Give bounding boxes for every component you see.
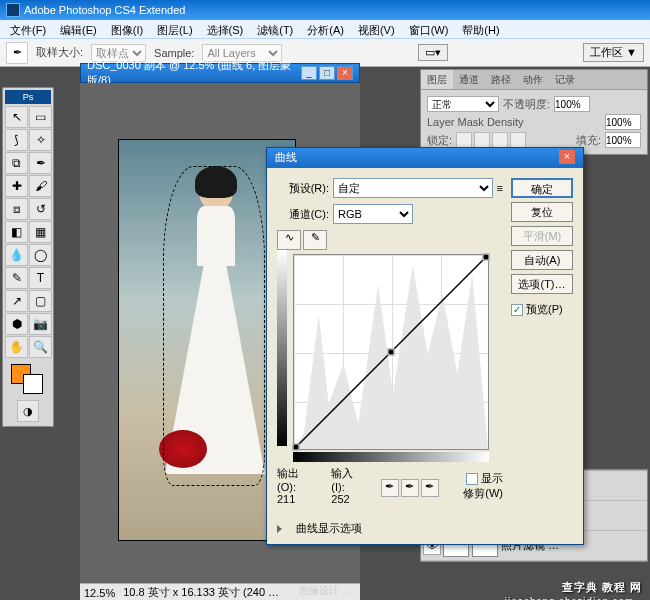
eyedropper-tool-icon[interactable]: ✒ <box>6 42 28 64</box>
curve-point[interactable] <box>483 253 490 260</box>
show-clipping-checkbox[interactable]: 显示修剪(W) <box>457 471 503 501</box>
options-button[interactable]: 选项(T)… <box>511 274 573 294</box>
shape-tool[interactable]: ▢ <box>29 290 52 312</box>
quickmask-icon[interactable]: ◑ <box>17 400 39 422</box>
hand-tool[interactable]: ✋ <box>5 336 28 358</box>
curve-display-options[interactable]: 曲线显示选项 <box>296 521 362 536</box>
menu-filter[interactable]: 滤镜(T) <box>251 22 299 36</box>
sample-size-label: 取样大小: <box>36 45 83 60</box>
black-point-eyedropper-icon[interactable]: ✒ <box>381 479 399 497</box>
app-titlebar: Adobe Photoshop CS4 Extended <box>0 0 650 20</box>
dialog-close-icon[interactable]: × <box>559 150 575 164</box>
dodge-tool[interactable]: ◯ <box>29 244 52 266</box>
lock-position-icon[interactable] <box>492 132 508 148</box>
input-value: 252 <box>331 493 362 505</box>
dialog-titlebar[interactable]: 曲线 × <box>267 148 583 168</box>
output-gradient <box>277 250 287 446</box>
color-swatches[interactable] <box>5 362 51 398</box>
auto-button[interactable]: 自动(A) <box>511 250 573 270</box>
doc-dimensions: 10.8 英寸 x 16.133 英寸 (240 … <box>123 585 279 600</box>
curve-draw-icon[interactable]: ∿ <box>277 230 301 250</box>
lock-all-icon[interactable] <box>510 132 526 148</box>
brush-tool[interactable]: 🖌 <box>29 175 52 197</box>
svg-marker-0 <box>294 265 488 449</box>
blend-mode-select[interactable]: 正常 <box>427 96 499 112</box>
tab-channels[interactable]: 通道 <box>453 70 485 89</box>
pen-tool[interactable]: ✎ <box>5 267 28 289</box>
gradient-tool[interactable]: ▦ <box>29 221 52 243</box>
preview-checkbox[interactable]: 预览(P) <box>511 302 573 317</box>
eraser-tool[interactable]: ◧ <box>5 221 28 243</box>
fill-input[interactable] <box>605 132 641 148</box>
channel-label: 通道(C): <box>277 207 329 222</box>
move-tool[interactable]: ↖ <box>5 106 28 128</box>
zoom-tool[interactable]: 🔍 <box>29 336 52 358</box>
output-value: 211 <box>277 493 313 505</box>
gray-point-eyedropper-icon[interactable]: ✒ <box>401 479 419 497</box>
ok-button[interactable]: 确定 <box>511 178 573 198</box>
main-area: Ps ↖▭ ⟆✧ ⧉✒ ✚🖌 ⧈↺ ◧▦ 💧◯ ✎T ↗▢ ⬢📷 ✋🔍 ◑ DS… <box>0 67 650 600</box>
tab-paths[interactable]: 路径 <box>485 70 517 89</box>
curve-pencil-icon[interactable]: ✎ <box>303 230 327 250</box>
menu-help[interactable]: 帮助(H) <box>456 22 505 36</box>
input-label: 输入(I): <box>331 466 362 493</box>
document-titlebar[interactable]: DSC_0030 副本 @ 12.5% (曲线 6, 图层蒙版/8) _ □ × <box>80 63 360 83</box>
opacity-input[interactable] <box>554 96 590 112</box>
tab-layers[interactable]: 图层 <box>421 70 453 89</box>
dialog-title: 曲线 <box>275 150 297 166</box>
zoom-level[interactable]: 12.5% <box>84 587 115 599</box>
watermark-url: jiaocheng.chazidian.com <box>504 596 634 600</box>
path-tool[interactable]: ↗ <box>5 290 28 312</box>
blur-tool[interactable]: 💧 <box>5 244 28 266</box>
preset-menu-icon[interactable]: ≡ <box>497 182 503 194</box>
menu-layer[interactable]: 图层(L) <box>151 22 198 36</box>
curve-point[interactable] <box>388 349 395 356</box>
close-icon[interactable]: × <box>337 66 353 80</box>
tab-record[interactable]: 记录 <box>549 70 581 89</box>
ps-app-icon <box>6 3 20 17</box>
screen-mode-icon[interactable]: ▭▾ <box>418 44 448 61</box>
input-gradient <box>293 452 489 462</box>
camera-tool[interactable]: 📷 <box>29 313 52 335</box>
menu-file[interactable]: 文件(F) <box>4 22 52 36</box>
fill-label: 填充: <box>576 133 601 148</box>
background-color[interactable] <box>23 374 43 394</box>
workspace-button[interactable]: 工作区 ▼ <box>583 43 644 62</box>
menu-view[interactable]: 视图(V) <box>352 22 401 36</box>
menu-image[interactable]: 图像(I) <box>105 22 149 36</box>
crop-tool[interactable]: ⧉ <box>5 152 28 174</box>
menu-analysis[interactable]: 分析(A) <box>301 22 350 36</box>
ps-badge-icon: Ps <box>5 90 51 104</box>
mask-density-input[interactable] <box>605 114 641 130</box>
history-brush-tool[interactable]: ↺ <box>29 198 52 220</box>
heal-tool[interactable]: ✚ <box>5 175 28 197</box>
lasso-tool[interactable]: ⟆ <box>5 129 28 151</box>
lock-paint-icon[interactable] <box>474 132 490 148</box>
lock-transparency-icon[interactable] <box>456 132 472 148</box>
expand-icon[interactable] <box>277 525 282 533</box>
preset-select[interactable]: 自定 <box>333 178 493 198</box>
menu-select[interactable]: 选择(S) <box>201 22 250 36</box>
cancel-button[interactable]: 复位 <box>511 202 573 222</box>
selection-marquee <box>163 166 265 486</box>
curve-point[interactable] <box>292 444 299 451</box>
wand-tool[interactable]: ✧ <box>29 129 52 151</box>
white-point-eyedropper-icon[interactable]: ✒ <box>421 479 439 497</box>
menubar: 文件(F) 编辑(E) 图像(I) 图层(L) 选择(S) 滤镜(T) 分析(A… <box>0 20 650 39</box>
3d-tool[interactable]: ⬢ <box>5 313 28 335</box>
output-label: 输出(O): <box>277 466 313 493</box>
menu-edit[interactable]: 编辑(E) <box>54 22 103 36</box>
app-title: Adobe Photoshop CS4 Extended <box>24 4 185 16</box>
maximize-icon[interactable]: □ <box>319 66 335 80</box>
tab-history[interactable]: 动作 <box>517 70 549 89</box>
marquee-tool[interactable]: ▭ <box>29 106 52 128</box>
watermark: 查字典 教程 网 jiaocheng.chazidian.com <box>562 575 642 596</box>
channel-select[interactable]: RGB <box>333 204 413 224</box>
smooth-button[interactable]: 平滑(M) <box>511 226 573 246</box>
menu-window[interactable]: 窗口(W) <box>403 22 455 36</box>
stamp-tool[interactable]: ⧈ <box>5 198 28 220</box>
type-tool[interactable]: T <box>29 267 52 289</box>
minimize-icon[interactable]: _ <box>301 66 317 80</box>
eyedropper-tool[interactable]: ✒ <box>29 152 52 174</box>
curves-graph[interactable] <box>293 254 489 450</box>
